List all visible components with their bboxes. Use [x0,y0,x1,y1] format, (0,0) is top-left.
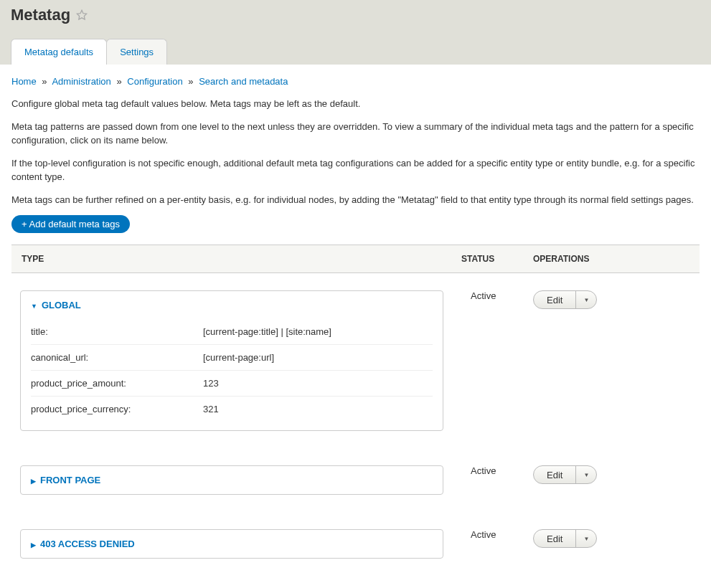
meta-value: [current-page:title] | [site:name] [203,326,433,337]
type-label: 403 ACCESS DENIED [40,539,135,549]
primary-tabs: Metatag defaults Settings [11,39,700,65]
edit-button[interactable]: Edit [534,291,576,308]
table-header: TYPE STATUS OPERATIONS [11,245,700,273]
meta-value: 123 [203,378,433,389]
meta-row: product_price_amount: 123 [31,370,433,396]
meta-row: product_price_currency: 321 [31,396,433,422]
operations-cell: Edit [533,465,691,484]
edit-button[interactable]: Edit [534,530,576,547]
add-default-meta-tags-button[interactable]: + Add default meta tags [11,215,130,233]
status-cell: Active [461,290,533,301]
table-row: 403 ACCESS DENIED Active Edit [11,512,700,576]
meta-value: [current-page:url] [203,352,433,363]
favorite-star-icon[interactable] [76,9,88,21]
meta-value: 321 [203,404,433,414]
breadcrumb-administration[interactable]: Administration [52,76,110,87]
breadcrumb-sep: » [188,76,193,87]
type-toggle-front-page[interactable]: FRONT PAGE [21,466,443,494]
description-p1: Configure global meta tag default values… [11,97,700,111]
chevron-right-icon [31,475,36,485]
edit-button[interactable]: Edit [534,466,576,483]
breadcrumb: Home » Administration » Configuration » … [11,76,700,87]
breadcrumb-search-metadata[interactable]: Search and metadata [199,76,288,87]
type-label: GLOBAL [42,300,81,310]
type-box-403: 403 ACCESS DENIED [20,529,443,559]
edit-dropbutton: Edit [533,529,597,548]
meta-row: canonical_url: [current-page:url] [31,344,433,370]
column-header-operations: OPERATIONS [533,254,691,264]
table-row: GLOBAL title: [current-page:title] | [si… [11,273,700,448]
meta-key: product_price_amount: [31,378,203,389]
status-cell: Active [461,529,533,540]
breadcrumb-home[interactable]: Home [11,76,37,87]
tab-metatag-defaults[interactable]: Metatag defaults [11,39,107,65]
description-p3: If the top-level configuration is not sp… [11,156,700,184]
chevron-down-icon [31,300,37,310]
type-label: FRONT PAGE [40,475,100,485]
type-box-front-page: FRONT PAGE [20,465,443,495]
column-header-type: TYPE [20,254,461,264]
column-header-status: STATUS [461,254,533,264]
type-toggle-global[interactable]: GLOBAL [21,291,443,319]
description-block: Configure global meta tag default values… [11,97,700,207]
meta-row: title: [current-page:title] | [site:name… [31,319,433,344]
type-box-global: GLOBAL title: [current-page:title] | [si… [20,290,443,431]
svg-marker-0 [77,10,86,19]
type-toggle-403[interactable]: 403 ACCESS DENIED [21,530,443,558]
dropbutton-toggle[interactable] [576,291,596,308]
chevron-right-icon [31,539,36,549]
edit-dropbutton: Edit [533,290,597,309]
breadcrumb-configuration[interactable]: Configuration [127,76,182,87]
operations-cell: Edit [533,290,691,309]
dropbutton-toggle[interactable] [576,466,596,483]
breadcrumb-sep: » [42,76,47,87]
type-body: title: [current-page:title] | [site:name… [21,319,443,430]
meta-key: product_price_currency: [31,404,203,414]
operations-cell: Edit [533,529,691,548]
table-row: FRONT PAGE Active Edit [11,448,700,512]
description-p4: Meta tags can be further refined on a pe… [11,193,700,207]
dropbutton-toggle[interactable] [576,530,596,547]
status-cell: Active [461,465,533,476]
breadcrumb-sep: » [116,76,121,87]
meta-key: canonical_url: [31,352,203,363]
tab-settings[interactable]: Settings [106,39,167,65]
edit-dropbutton: Edit [533,465,597,484]
description-p2: Meta tag patterns are passed down from o… [11,120,700,148]
meta-key: title: [31,326,203,337]
page-title: Metatag [11,6,70,24]
